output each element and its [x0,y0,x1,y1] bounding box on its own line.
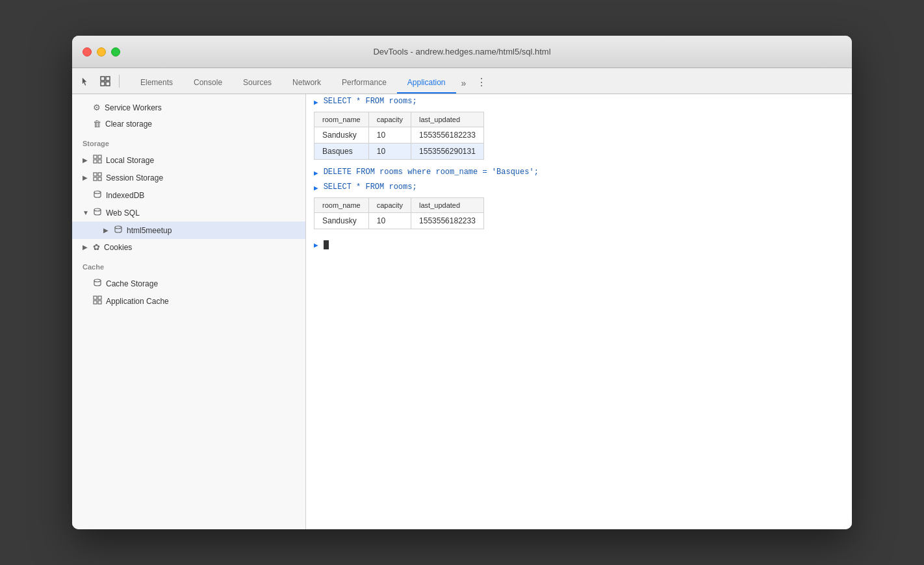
maximize-button[interactable] [111,47,120,56]
clear-storage-icon: 🗑 [93,119,101,129]
html5meetup-arrow: ▶ [103,227,112,234]
table-row[interactable]: Basques 10 1553556290131 [314,144,484,160]
more-tabs-button[interactable]: » [456,73,472,94]
close-button[interactable] [83,47,92,56]
web-sql-icon [93,207,102,218]
svg-rect-11 [98,177,101,181]
svg-rect-2 [101,82,105,86]
web-sql-label: Web SQL [106,208,140,218]
cell-last-updated-2: 1553556182233 [411,213,484,229]
input-arrow: ▶ [314,241,318,249]
cache-section-label: Cache [72,255,305,275]
svg-point-13 [94,208,101,211]
session-storage-icon [93,172,102,183]
sql-input-line[interactable]: ▶ [306,234,852,255]
sidebar-item-html5meetup[interactable]: ▶ html5meetup [72,221,305,239]
svg-rect-3 [106,82,110,86]
minimize-button[interactable] [97,47,106,56]
cookies-icon: ✿ [93,242,100,252]
main-tabs: Elements Console Sources Network Perform… [130,71,492,94]
col-header-capacity: capacity [368,112,411,127]
tab-network[interactable]: Network [282,73,331,94]
sql-query-line-3[interactable]: ▶ SELECT * FROM rooms; [306,180,852,195]
sql-query-line-2[interactable]: ▶ DELETE FROM rooms where room_name = 'B… [306,165,852,180]
service-workers-label: Service Workers [105,103,162,112]
cell-capacity: 10 [368,144,411,160]
sidebar-item-indexeddb[interactable]: IndexedDB [72,186,305,204]
tab-performance[interactable]: Performance [331,73,397,94]
tab-console[interactable]: Console [183,73,233,94]
inspect-icon[interactable] [97,73,114,90]
indexeddb-icon [93,190,102,201]
cell-capacity: 10 [368,127,411,144]
svg-point-15 [94,279,101,282]
local-storage-icon [93,155,102,166]
session-storage-label: Session Storage [106,173,163,182]
web-sql-arrow: ▼ [83,209,92,216]
svg-rect-9 [98,173,101,176]
tab-elements[interactable]: Elements [130,73,183,94]
svg-rect-6 [94,160,97,163]
cell-last-updated: 1553556182233 [411,127,484,144]
storage-section-label: Storage [72,132,305,151]
svg-rect-7 [98,160,101,163]
sidebar-item-web-sql[interactable]: ▼ Web SQL [72,204,305,221]
table-row[interactable]: Sandusky 10 1553556182233 [314,127,484,144]
svg-rect-0 [101,77,105,81]
cell-room-name: Basques [314,144,369,160]
svg-rect-10 [94,177,97,181]
cache-storage-label: Cache Storage [106,279,158,288]
indexeddb-label: IndexedDB [106,191,144,200]
svg-rect-5 [98,155,101,158]
query3-result-table: room_name capacity last_updated Sandusky… [314,197,484,229]
query1-expand-arrow[interactable]: ▶ [314,98,318,107]
application-cache-icon [93,295,102,307]
application-cache-label: Application Cache [106,297,169,306]
cookies-arrow: ▶ [83,244,92,251]
sidebar-item-session-storage[interactable]: ▶ Session Storage [72,169,305,186]
sidebar-item-local-storage[interactable]: ▶ Local Storage [72,151,305,169]
window-title: DevTools - andrew.hedges.name/html5/sql.… [373,47,550,56]
svg-point-14 [115,226,122,229]
svg-rect-4 [94,155,97,158]
cursor-icon[interactable] [77,73,94,90]
col-header-room-name: room_name [314,112,369,127]
sidebar-item-cache-storage[interactable]: Cache Storage [72,275,305,292]
col-header-last-updated: last_updated [411,112,484,127]
sidebar-item-application-cache[interactable]: Application Cache [72,292,305,310]
svg-rect-1 [106,77,110,81]
svg-rect-8 [94,173,97,176]
sql-console-panel[interactable]: ▶ SELECT * FROM rooms; room_name capacit… [306,94,852,529]
query1-text: SELECT * FROM rooms; [324,97,417,106]
sidebar: ⚙ Service Workers 🗑 Clear storage Storag… [72,94,306,529]
html5meetup-icon [114,225,123,236]
session-storage-arrow: ▶ [83,174,92,181]
sidebar-item-cookies[interactable]: ▶ ✿ Cookies [72,239,305,255]
toolbar-icons [77,73,122,94]
col-header-capacity-2: capacity [368,198,411,213]
table-row[interactable]: Sandusky 10 1553556182233 [314,213,484,229]
tab-bar: Elements Console Sources Network Perform… [72,68,852,94]
cursor [324,240,329,249]
sidebar-item-clear-storage[interactable]: 🗑 Clear storage [72,116,305,132]
sql-query-line-1[interactable]: ▶ SELECT * FROM rooms; [306,94,852,109]
html5meetup-label: html5meetup [127,226,172,235]
col-header-room-name-2: room_name [314,198,369,213]
clear-storage-label: Clear storage [105,119,152,129]
tab-application[interactable]: Application [397,73,456,94]
cookies-label: Cookies [104,243,132,252]
svg-point-12 [94,191,101,194]
sidebar-item-service-workers[interactable]: ⚙ Service Workers [72,99,305,116]
cache-storage-icon [93,278,102,289]
query2-expand-arrow[interactable]: ▶ [314,169,318,177]
tab-sources[interactable]: Sources [233,73,282,94]
cell-room-name-2: Sandusky [314,213,369,229]
query3-expand-arrow[interactable]: ▶ [314,184,318,192]
menu-dots-button[interactable]: ⋮ [471,71,492,94]
svg-rect-17 [98,296,101,299]
cell-last-updated: 1553556290131 [411,144,484,160]
cell-room-name: Sandusky [314,127,369,144]
query3-text: SELECT * FROM rooms; [324,182,417,192]
toolbar-divider [119,75,120,88]
svg-rect-16 [94,296,97,299]
